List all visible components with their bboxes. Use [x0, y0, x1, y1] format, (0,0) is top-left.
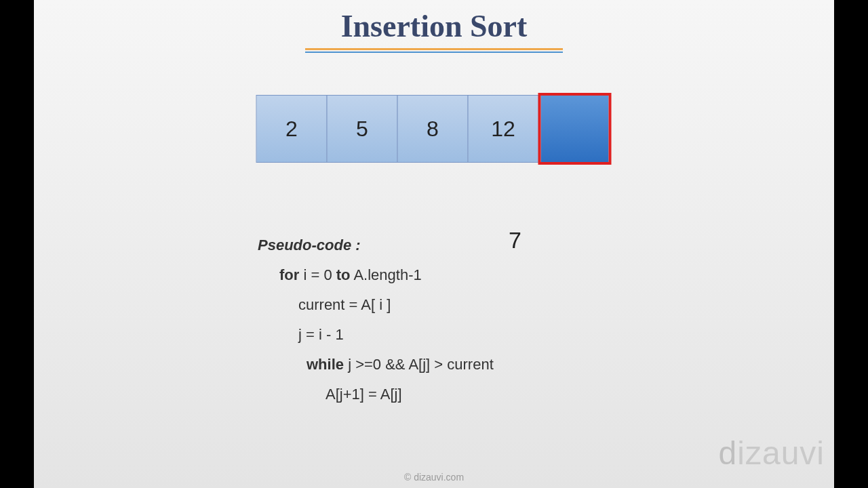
array-cell: 5	[327, 95, 398, 163]
watermark-text: izauvi	[737, 435, 825, 471]
array-cell-highlight	[538, 93, 612, 165]
pseudocode-block: Pseudo-code : for i = 0 to A.length-1 cu…	[258, 230, 494, 409]
pseudocode-label: Pseudo-code :	[258, 230, 494, 260]
right-black-bar	[834, 0, 868, 488]
pseudocode-line: A[j+1] = A[j]	[258, 380, 494, 409]
left-black-bar	[0, 0, 34, 488]
pseudocode-line: current = A[ i ]	[258, 290, 494, 320]
watermark-logo: dizauvi	[719, 434, 825, 472]
slide-area: Insertion Sort 2 5 8 12 7 Pseudo-code : …	[34, 0, 834, 488]
copyright-text: © dizauvi.com	[404, 472, 464, 483]
title-underline	[305, 48, 563, 53]
pseudocode-line: while j >=0 && A[j] > current	[258, 350, 494, 380]
array-visualization: 2 5 8 12	[257, 95, 612, 165]
array-cell: 8	[397, 95, 469, 163]
pseudocode-line: for i = 0 to A.length-1	[258, 260, 494, 290]
pseudocode-line: j = i - 1	[258, 320, 494, 350]
array-cell: 2	[256, 95, 328, 163]
array-cell: 12	[468, 95, 539, 163]
current-value: 7	[509, 227, 521, 253]
page-title: Insertion Sort	[34, 0, 834, 44]
